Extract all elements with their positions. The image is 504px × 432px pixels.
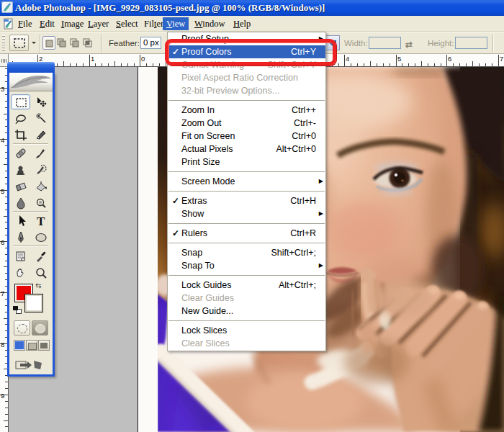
svg-text:T: T — [37, 215, 45, 228]
